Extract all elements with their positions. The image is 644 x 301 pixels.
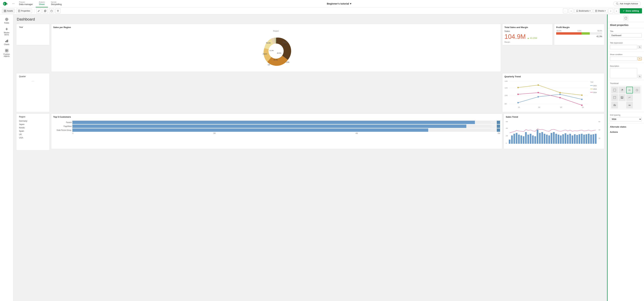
svg-rect-80 (511, 135, 513, 144)
edit-icon-button[interactable] (36, 9, 41, 14)
svg-rect-94 (544, 134, 546, 144)
properties-icon (18, 10, 20, 12)
region-spain[interactable]: Spain (19, 129, 47, 133)
thumb-layout[interactable] (611, 87, 618, 93)
thumb-pie[interactable] (619, 87, 625, 93)
quarterly-trend-svg: 14M 12M 10M 8M Q1 Q2 Q3 Q4 (504, 79, 602, 109)
svg-text:9.9%: 9.9% (284, 44, 287, 46)
bookmark-icon (576, 10, 578, 12)
svg-rect-96 (548, 135, 550, 144)
more-options-icon[interactable]: ··· (11, 2, 16, 5)
delete-icon-button[interactable] (56, 9, 60, 14)
svg-rect-30 (7, 51, 8, 52)
title-input[interactable] (610, 33, 642, 38)
svg-rect-118 (614, 89, 616, 91)
sidebar-item-custom-objects[interactable]: Custom objects (1, 47, 13, 59)
svg-rect-13 (45, 10, 46, 12)
sidebar-item-charts[interactable]: Charts (1, 38, 13, 47)
svg-text:8M: 8M (504, 103, 507, 105)
region-nordic[interactable]: Nordic (19, 126, 47, 129)
copy-icon (44, 10, 46, 12)
thumb-empty1 (634, 94, 640, 101)
svg-rect-114 (590, 135, 592, 144)
thumb-stacked-bar[interactable] (626, 102, 633, 108)
svg-rect-97 (551, 133, 552, 144)
region-germany[interactable]: Germany (19, 119, 47, 123)
undo-button[interactable]: ← (563, 9, 568, 13)
fx-button-title[interactable]: fx (638, 45, 642, 49)
region-uk[interactable]: UK (19, 133, 47, 136)
thumb-bar-chart[interactable] (611, 102, 618, 108)
thumb-image[interactable] (619, 94, 625, 101)
svg-text:UK: UK (268, 64, 270, 66)
nav-right: Ask Insight Advisor (614, 1, 643, 6)
next-sheet-button[interactable]: › (614, 9, 619, 13)
prev-sheet-button[interactable]: ‹ (608, 9, 613, 13)
svg-rect-85 (523, 136, 524, 144)
profit-axis: -50.0% 0.0% 50.0% (556, 30, 602, 32)
description-textarea[interactable] (610, 68, 637, 78)
app-title-button[interactable]: Beginner's tutorial ▾ (327, 2, 351, 5)
svg-rect-107 (574, 134, 576, 144)
svg-text:Year: Year (590, 81, 593, 83)
svg-text:40: 40 (598, 129, 600, 131)
description-row: fx (610, 68, 642, 78)
bookmarks-button[interactable]: Bookmarks ▾ (574, 9, 592, 13)
svg-rect-104 (567, 135, 568, 144)
bar-fill-paracel: 5.69M (72, 121, 475, 124)
assets-button[interactable]: Assets (2, 9, 15, 13)
left-sidebar: Fields Master items Charts Cu (0, 15, 14, 301)
svg-text:12M: 12M (504, 87, 508, 89)
sales-trend-card: Sales Trend 6M 4M 2M 0 50 40 30 (504, 113, 604, 149)
fx-button-condition[interactable]: fx (638, 57, 642, 60)
layout-icon (625, 17, 627, 19)
region-filter-card[interactable]: Region Germany Japan Nordic Spain UK USA (16, 113, 50, 150)
year-filter-card[interactable]: Year (16, 24, 50, 45)
copy-icon-button[interactable] (43, 9, 48, 14)
thumb-table[interactable] (611, 94, 618, 101)
assets-icon (4, 10, 6, 12)
grid-spacing-label: Grid spacing (610, 114, 642, 116)
svg-rect-6 (5, 10, 6, 11)
thumb-line[interactable] (626, 94, 633, 101)
svg-rect-89 (532, 135, 534, 144)
svg-rect-115 (592, 134, 594, 144)
bar-row-deak: Deak-Perera Group. 5.11M (53, 128, 500, 132)
row2: Quarter ··· Quarterly Trend 14M 12M 10M … (16, 73, 604, 112)
sales-trend-title: Sales Trend (506, 116, 602, 118)
svg-text:Spain: Spain (283, 41, 287, 43)
tab-analyze[interactable]: Analyze Sheet (36, 0, 48, 8)
svg-rect-24 (5, 41, 6, 42)
app-logo[interactable]: Q lik (1, 2, 11, 6)
show-condition-input[interactable] (610, 57, 637, 61)
properties-button[interactable]: Properties (16, 9, 32, 13)
insight-advisor-button[interactable]: Ask Insight Advisor (614, 1, 641, 6)
sheets-button[interactable]: Sheets ▾ (593, 9, 608, 13)
svg-rect-86 (525, 132, 527, 144)
redo-button[interactable]: → (568, 9, 573, 13)
sidebar-item-master-items[interactable]: Master items (1, 26, 13, 37)
donut-chart: 9.9% 11.3% 45.5% 26.9% Spain Nordic Japa… (53, 33, 499, 70)
thumb-current[interactable]: #1 (626, 87, 633, 93)
done-editing-button[interactable]: ✓ Done editing (620, 8, 642, 14)
svg-rect-15 (51, 10, 52, 12)
profit-bar-red (556, 32, 582, 35)
svg-rect-102 (562, 134, 564, 144)
fx-button-description[interactable]: fx (638, 75, 642, 78)
region-usa[interactable]: USA (19, 136, 47, 140)
quarter-filter-card[interactable]: Quarter ··· (16, 73, 50, 112)
thumb-clock[interactable] (634, 87, 640, 93)
svg-rect-98 (553, 132, 555, 144)
panel-layout-icon[interactable] (624, 16, 628, 21)
region-japan[interactable]: Japan (19, 123, 47, 126)
tab-prepare[interactable]: Prepare Data manager (16, 0, 36, 8)
profit-margin-card: Profit Margin -50.0% 0.0% 50.0% 41.3% (554, 24, 604, 45)
profit-bar (556, 32, 602, 35)
grid-spacing-select[interactable]: Wide Medium Narrow No spacing (610, 117, 642, 121)
title-expression-input[interactable] (610, 45, 637, 49)
svg-rect-127 (628, 105, 630, 106)
paste-icon-button[interactable] (49, 9, 54, 14)
quarterly-trend-card: Quarterly Trend 14M 12M 10M 8M Q1 Q2 Q3 (502, 73, 604, 112)
tab-narrate[interactable]: Narrate Storytelling (48, 0, 65, 8)
sidebar-item-fields[interactable]: Fields (1, 16, 13, 25)
